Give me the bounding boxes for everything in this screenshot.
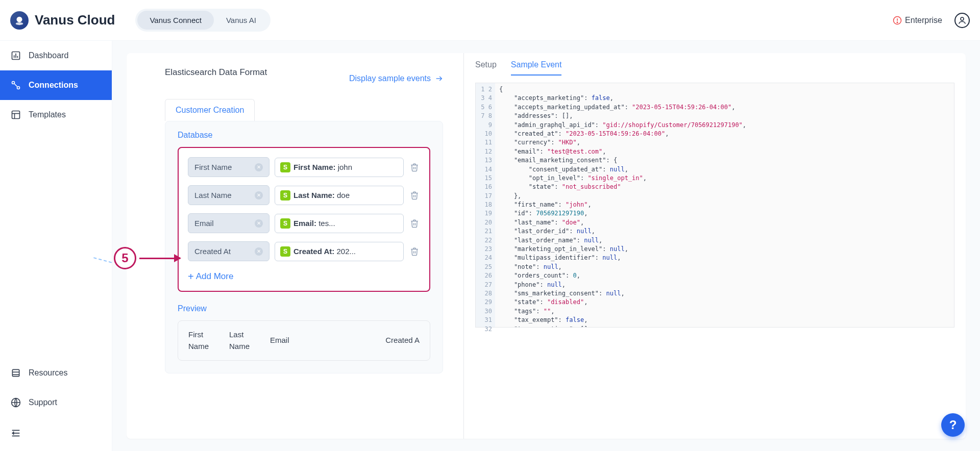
svg-rect-12	[12, 369, 19, 376]
delete-row-button[interactable]	[409, 191, 420, 200]
enterprise-label: Enterprise	[905, 16, 942, 25]
delete-row-button[interactable]	[409, 163, 420, 172]
clear-icon[interactable]: ✕	[255, 219, 263, 228]
svg-rect-9	[12, 111, 20, 119]
clear-icon[interactable]: ✕	[255, 247, 263, 256]
svg-point-0	[17, 16, 22, 22]
shopify-icon: S	[280, 246, 290, 257]
step-number: 5	[114, 247, 136, 269]
mapping-column: 5 Elasticsearch Data Format Display samp…	[127, 53, 463, 439]
user-avatar[interactable]	[954, 13, 970, 28]
sidebar-item-label: Templates	[29, 110, 66, 119]
field-row: Created At ✕ S Created At: 202...	[188, 241, 420, 261]
collapse-icon	[10, 428, 21, 439]
field-name-input[interactable]: Created At ✕	[188, 241, 270, 261]
field-source-input[interactable]: S Email: tes...	[275, 214, 404, 233]
tab-customer-creation[interactable]: Customer Creation	[165, 99, 255, 121]
section-title: Elasticsearch Data Format	[165, 67, 267, 78]
shopify-icon: S	[280, 190, 290, 201]
sidebar-item-resources[interactable]: Resources	[0, 358, 112, 388]
shopify-icon: S	[280, 218, 290, 229]
preview-col-createdat: Created A	[385, 335, 420, 346]
sidebar-collapse-button[interactable]	[0, 417, 112, 451]
sidebar-item-templates[interactable]: Templates	[0, 100, 112, 130]
sidebar-item-label: Resources	[29, 368, 67, 378]
right-tabs: Setup Sample Event	[475, 60, 954, 76]
brand-text: Vanus Cloud	[35, 12, 115, 28]
trash-icon	[410, 191, 419, 200]
connections-icon	[10, 80, 21, 91]
add-more-button[interactable]: + Add More	[188, 269, 420, 282]
sidebar-item-label: Support	[29, 398, 57, 407]
field-name-input[interactable]: Last Name ✕	[188, 185, 270, 205]
display-sample-events-link[interactable]: Display sample events	[349, 74, 443, 83]
templates-icon	[10, 109, 21, 120]
person-icon	[958, 16, 967, 25]
delete-row-button[interactable]	[409, 247, 420, 256]
svg-point-4	[897, 22, 898, 23]
add-more-label: Add More	[196, 271, 234, 282]
sample-column: Setup Sample Event 1 2 3 4 5 6 7 8 9 10 …	[463, 53, 966, 439]
svg-point-1	[16, 22, 23, 24]
sidebar-item-dashboard[interactable]: Dashboard	[0, 41, 112, 70]
tab-setup[interactable]: Setup	[475, 60, 497, 76]
preview-col-lastname: LastName	[229, 329, 250, 352]
shopify-icon: S	[280, 162, 290, 172]
svg-point-7	[12, 82, 15, 84]
field-name-input[interactable]: Email ✕	[188, 213, 270, 233]
field-source-input[interactable]: S First Name: john	[275, 158, 404, 177]
step-annotation: 5	[114, 247, 180, 269]
svg-point-5	[961, 17, 964, 20]
top-nav: Vanus Connect Vanus AI	[135, 9, 270, 32]
field-row: Last Name ✕ S Last Name: doe	[188, 185, 420, 205]
fields-list: First Name ✕ S First Name: john Last Nam…	[178, 147, 430, 292]
help-button[interactable]: ?	[941, 413, 965, 437]
main-content: 5 Elasticsearch Data Format Display samp…	[112, 41, 980, 451]
preview-col-email: Email	[270, 335, 289, 346]
json-viewer[interactable]: 1 2 3 4 5 6 7 8 9 10 11 12 13 14 15 16 1…	[475, 83, 954, 328]
panel-label: Database	[178, 131, 430, 140]
editor-card: 5 Elasticsearch Data Format Display samp…	[127, 53, 966, 439]
plus-icon: +	[188, 271, 194, 282]
field-row: First Name ✕ S First Name: john	[188, 157, 420, 177]
support-icon	[10, 397, 21, 408]
nav-vanus-connect[interactable]: Vanus Connect	[137, 11, 213, 30]
app-header: Vanus Cloud Vanus Connect Vanus AI Enter…	[0, 0, 980, 41]
sidebar-item-label: Dashboard	[29, 51, 68, 60]
svg-point-8	[17, 87, 20, 89]
brand[interactable]: Vanus Cloud	[10, 11, 115, 30]
sidebar-item-support[interactable]: Support	[0, 388, 112, 417]
arrow-icon	[139, 258, 180, 259]
preview-col-firstname: FirstName	[188, 329, 209, 352]
arrow-right-icon	[435, 74, 443, 83]
line-gutter: 1 2 3 4 5 6 7 8 9 10 11 12 13 14 15 16 1…	[476, 83, 495, 327]
delete-row-button[interactable]	[409, 219, 420, 228]
nav-vanus-ai[interactable]: Vanus AI	[214, 11, 268, 30]
alert-icon	[893, 16, 902, 25]
clear-icon[interactable]: ✕	[255, 191, 263, 199]
sidebar-item-label: Connections	[29, 81, 78, 90]
sidebar: Dashboard Connections Templates Resource…	[0, 41, 112, 451]
preview-table: FirstName LastName Email Created A	[178, 320, 430, 361]
logo-icon	[10, 11, 29, 30]
sample-link-label: Display sample events	[349, 74, 431, 83]
help-icon: ?	[949, 418, 957, 432]
trash-icon	[410, 219, 419, 228]
sidebar-item-connections[interactable]: Connections	[0, 70, 112, 100]
preview-label: Preview	[178, 304, 430, 313]
tab-sample-event[interactable]: Sample Event	[511, 60, 562, 76]
resources-icon	[10, 367, 21, 379]
trash-icon	[410, 247, 419, 256]
dashboard-icon	[10, 50, 21, 61]
field-source-input[interactable]: S Last Name: doe	[275, 186, 404, 205]
json-code: { "accepts_marketing": false, "accepts_m…	[495, 83, 750, 327]
field-name-input[interactable]: First Name ✕	[188, 157, 270, 177]
trash-icon	[410, 163, 419, 172]
field-row: Email ✕ S Email: tes...	[188, 213, 420, 233]
field-source-input[interactable]: S Created At: 202...	[275, 242, 404, 261]
enterprise-link[interactable]: Enterprise	[893, 16, 942, 25]
clear-icon[interactable]: ✕	[255, 163, 263, 171]
form-panel: Database First Name ✕ S First Name: john…	[165, 121, 443, 373]
